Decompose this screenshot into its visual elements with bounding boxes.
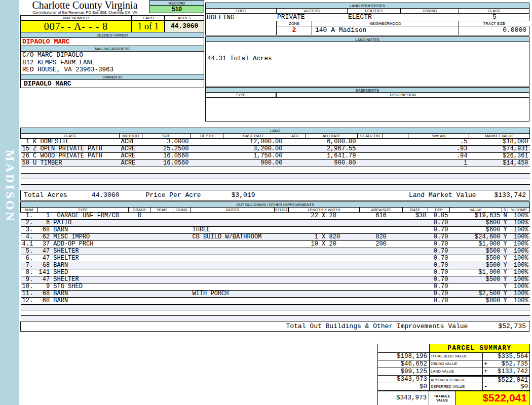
table-cell: [150, 234, 173, 241]
table-cell: [191, 298, 275, 305]
table-cell: $500: [450, 248, 502, 255]
table-cell: [360, 284, 403, 291]
prior-obldg-value: $46,652: [378, 360, 430, 368]
table-cell: [129, 291, 150, 298]
table-cell: [191, 276, 275, 284]
table-cell: [403, 227, 428, 234]
table-cell: [360, 298, 403, 305]
table-cell: 1 K HOMESITE: [21, 139, 120, 146]
table-cell: [403, 284, 428, 291]
table-cell: 6,000.00: [306, 139, 358, 146]
table-cell: 100%: [508, 291, 530, 298]
table-cell: 100%: [508, 248, 530, 255]
col-value: VALUE: [450, 208, 502, 213]
land-notes-text: 44.31 Total Acres: [205, 42, 529, 87]
deeded-owner-value: DIPAOLO MARC: [20, 38, 204, 46]
table-cell: 100%: [508, 298, 530, 305]
record-value: 510: [149, 6, 204, 13]
map-number-value: 007- - A- - - 8: [20, 21, 132, 32]
total-acres-label: Total Acres: [24, 191, 67, 199]
table-cell: 2,967.55: [306, 146, 358, 153]
table-cell: [275, 248, 289, 255]
table-cell: 0.70: [428, 298, 450, 305]
table-cell: [289, 276, 360, 284]
table-cell: [150, 276, 173, 284]
table-cell: [289, 291, 360, 298]
land-notes-title: LAND NOTES: [205, 36, 529, 42]
table-cell: [150, 284, 173, 291]
table-cell: ACRE: [120, 146, 142, 153]
table-cell: [360, 227, 403, 234]
table-cell: [129, 284, 150, 291]
table-cell: [403, 276, 428, 284]
table-cell: [191, 220, 275, 227]
taxable-value-label: TAXABLE VALUE: [429, 391, 455, 405]
table-cell: Y: [502, 276, 508, 284]
table-cell: 1: [408, 160, 469, 167]
prior-land-value: $99,125: [378, 368, 430, 376]
out-buildings-header-row: NUM TYPE GRADE YEAR COND NOTES STHGT LEN…: [21, 208, 530, 213]
county-header: Charlotte County Virginia Commissioner o…: [20, 0, 149, 15]
table-cell: Y: [502, 269, 508, 276]
table-cell: 100%: [508, 220, 530, 227]
table-cell: CB BUILD W/BATHROOM: [191, 234, 275, 241]
table-cell: [289, 227, 360, 234]
land-value-label: LAND VALUE: [430, 368, 483, 376]
table-row: 6. 47 SHELTER0.70$500Y100%: [21, 255, 530, 262]
table-cell: [275, 291, 289, 298]
zoning-label: ZONING: [400, 8, 459, 14]
table-cell: [275, 269, 289, 276]
table-cell: Y: [502, 255, 508, 262]
table-row: 11. 68 BARNWITH PORCH0.70$2,500Y100%: [21, 291, 530, 298]
table-cell: 100%: [508, 255, 530, 262]
table-cell: 8.: [21, 269, 37, 276]
land-totals-row: Total Acres 44.3060 Price Per Acre $3,01…: [20, 190, 529, 200]
mailing-address-label: MAILING ADDRESS: [20, 46, 204, 52]
table-cell: $500: [450, 276, 502, 284]
table-cell: [191, 160, 223, 167]
total-bldg-value: $335,564: [483, 353, 530, 360]
out-buildings-table: OUT BUILDINGS / OTHER IMPROVEMENTS NUM T…: [20, 201, 530, 321]
table-cell: [173, 255, 191, 262]
land-table: LAND CLASS METHOD SIZE DEPTH BASE RATE A…: [20, 128, 530, 190]
table-cell: [358, 139, 383, 146]
table-cell: [150, 298, 173, 305]
table-cell: [289, 262, 360, 269]
prior-appraised-value: $343,973: [378, 376, 430, 383]
table-cell: 100%: [508, 241, 530, 248]
table-cell: THREE: [191, 227, 275, 234]
land-table-header-row: CLASS METHOD SIZE DEPTH BASE RATE ADJ AD…: [21, 134, 530, 139]
table-row: 9. 47 SHELTER0.70$500Y100%: [21, 276, 530, 284]
table-cell: 12.: [21, 298, 37, 305]
col-adj: ADJ: [284, 134, 306, 139]
table-cell: 3.0000: [142, 139, 191, 146]
table-cell: 16.0560: [142, 160, 191, 167]
table-row: 8.141 SHED0.70$1,000Y100%: [21, 269, 530, 276]
table-cell: 47 SHELTER: [37, 276, 129, 284]
table-cell: 12,000.00: [223, 139, 284, 146]
col-type: TYPE: [37, 208, 129, 213]
tract-size-value: 0.0000: [459, 26, 529, 35]
utilities-value: ELECTR: [347, 14, 400, 21]
op: +: [484, 368, 488, 375]
table-cell: [450, 284, 502, 291]
table-cell: [284, 146, 306, 153]
table-cell: [289, 269, 360, 276]
col-pct-comp: % COMP: [508, 208, 530, 213]
table-cell: 22 X 28: [289, 213, 360, 220]
table-cell: 3.: [21, 227, 37, 234]
table-cell: 200: [360, 241, 403, 248]
col-num: NUM: [21, 208, 37, 213]
table-cell: 100%: [508, 227, 530, 234]
table-cell: 68 BARN: [37, 227, 129, 234]
table-cell: Y: [502, 248, 508, 255]
table-cell: 0.70: [428, 227, 450, 234]
col-s: S: [502, 208, 508, 213]
table-row: 10. 9 STG SHED0.70Y100%: [21, 284, 530, 291]
col-class: CLASS: [21, 134, 120, 139]
table-cell: Y: [502, 291, 508, 298]
col-grade: GRADE: [129, 208, 150, 213]
col-sz-adj-tbl: SZ ADJ TBL: [358, 134, 383, 139]
table-cell: [191, 241, 275, 248]
table-row: 1. 1 GARAGE UNF FRM/CBB22 X 28616$380.85…: [21, 213, 530, 220]
